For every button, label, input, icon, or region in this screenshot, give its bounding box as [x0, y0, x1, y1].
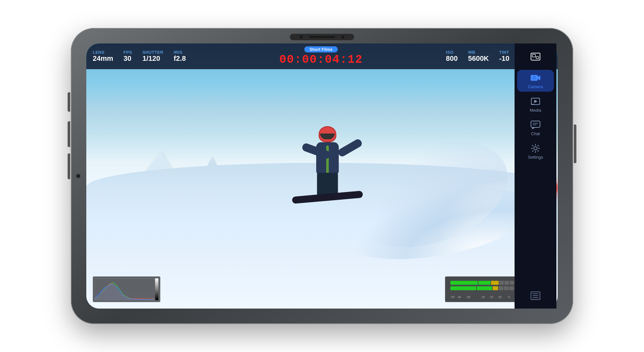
svg-rect-25 [155, 278, 158, 300]
project-name[interactable]: Short Films [304, 46, 338, 52]
svg-rect-59 [531, 121, 540, 127]
svg-rect-34 [450, 286, 476, 290]
hud-iris[interactable]: IRIS f2.8 [174, 50, 186, 62]
wb-label: WB [468, 50, 475, 55]
svg-rect-29 [499, 281, 504, 285]
phone-device: LENS 24mm FPS 30 SHUTTER 1/120 IRIS f2.8… [71, 28, 573, 324]
hud-tint[interactable]: TINT -10 [499, 50, 509, 62]
volume-down-button[interactable] [68, 153, 70, 179]
phone-screen: LENS 24mm FPS 30 SHUTTER 1/120 IRIS f2.8… [86, 43, 558, 309]
svg-rect-37 [499, 286, 503, 290]
shutter-value: 1/120 [142, 55, 160, 62]
svg-rect-36 [493, 286, 498, 290]
hud-timecode-area: Short Films 00:00:04:12 [196, 46, 446, 66]
svg-rect-35 [477, 286, 492, 290]
fps-label: FPS [124, 50, 132, 55]
svg-rect-52 [536, 57, 539, 59]
svg-rect-58 [531, 104, 534, 105]
svg-point-55 [533, 77, 535, 79]
power-button[interactable] [574, 125, 576, 163]
svg-text:-30: -30 [466, 295, 470, 299]
svg-text:-5: -5 [507, 295, 510, 299]
list-icon [530, 290, 541, 301]
volume-up-button[interactable] [68, 121, 70, 147]
sidebar-item-settings[interactable]: Settings [517, 140, 554, 162]
helmet [318, 126, 336, 142]
iris-label: IRIS [174, 50, 182, 55]
chat-label: Chat [531, 131, 540, 136]
settings-label: Settings [528, 155, 543, 160]
svg-rect-39 [509, 286, 514, 290]
svg-text:-10: -10 [497, 295, 502, 299]
svg-text:-50: -50 [450, 295, 455, 299]
svg-text:-40: -40 [457, 295, 461, 299]
hud-top-bar: LENS 24mm FPS 30 SHUTTER 1/120 IRIS f2.8… [86, 43, 558, 69]
notch-camera [299, 35, 303, 39]
wb-value: 5600K [468, 55, 489, 62]
svg-rect-38 [504, 286, 508, 290]
svg-point-62 [534, 147, 537, 150]
media-icon [530, 96, 541, 107]
camera-viewfinder [86, 43, 558, 309]
phone-shell: LENS 24mm FPS 30 SHUTTER 1/120 IRIS f2.8… [71, 28, 573, 324]
svg-rect-51 [532, 54, 535, 57]
top-notch [290, 34, 354, 40]
app-sidebar: Camera Media Chat [515, 43, 556, 309]
iso-value: 800 [446, 55, 458, 62]
hud-shutter[interactable]: SHUTTER 1/120 [142, 50, 163, 62]
screen-frame-icon [530, 51, 541, 62]
volume-mute-button[interactable] [68, 92, 70, 112]
camera-icon [530, 72, 541, 83]
hud-wb[interactable]: WB 5600K [468, 50, 489, 62]
sidebar-item-media[interactable]: Media [517, 93, 554, 115]
list-control[interactable] [517, 288, 554, 304]
sidebar-item-chat[interactable]: Chat [517, 117, 554, 139]
notch-sensor [341, 35, 345, 39]
histogram-display [93, 276, 160, 302]
iris-value: f2.8 [174, 55, 186, 62]
svg-rect-27 [478, 281, 491, 285]
hud-lens[interactable]: LENS 24mm [93, 50, 113, 62]
fps-value: 30 [124, 55, 131, 62]
shutter-label: SHUTTER [142, 50, 163, 55]
camera-label: Camera [528, 84, 543, 89]
settings-icon [530, 143, 541, 154]
jacket-stripe [326, 145, 329, 174]
sidebar-item-camera[interactable]: Camera [517, 70, 554, 92]
notch-bar [309, 36, 335, 38]
timecode-display: 00:00:04:12 [279, 53, 363, 66]
svg-marker-23 [95, 284, 158, 300]
lens-label: LENS [93, 50, 105, 55]
svg-rect-30 [505, 281, 509, 285]
svg-rect-26 [450, 281, 478, 285]
lens-value: 24mm [93, 55, 113, 62]
media-label: Media [530, 108, 541, 113]
front-camera-dot [76, 174, 80, 178]
svg-text:-18: -18 [481, 295, 485, 299]
svg-rect-31 [510, 281, 514, 285]
snowboarder-figure [298, 126, 356, 229]
screen-frame-control[interactable] [517, 48, 554, 65]
chat-icon [530, 119, 541, 130]
visor [320, 134, 335, 139]
svg-marker-57 [534, 100, 537, 103]
svg-rect-28 [491, 281, 499, 285]
hud-fps[interactable]: FPS 30 [124, 50, 132, 62]
svg-text:-15: -15 [489, 295, 494, 299]
hud-iso[interactable]: ISO 800 [446, 50, 458, 62]
iso-label: ISO [446, 50, 454, 55]
tint-label: TINT [499, 50, 509, 55]
tint-value: -10 [499, 55, 509, 62]
